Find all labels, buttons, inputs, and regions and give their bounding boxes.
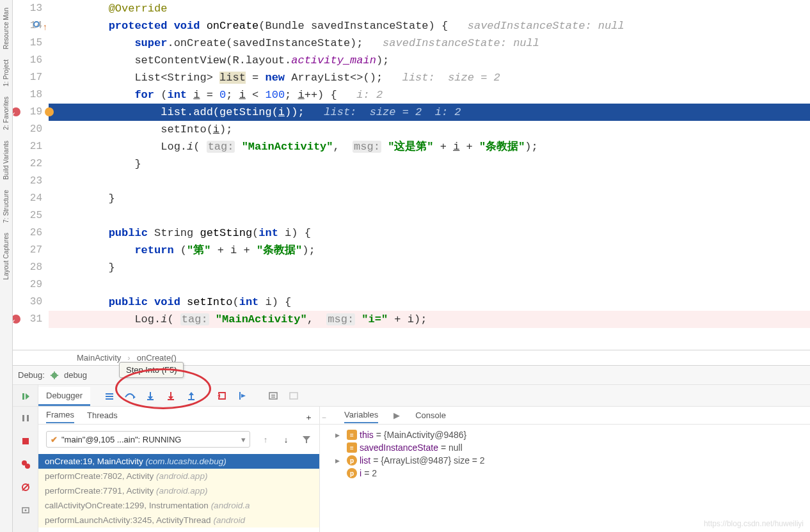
remove-watch-button[interactable]: － <box>315 409 333 426</box>
svg-rect-5 <box>22 393 24 400</box>
show-execution-point-icon[interactable] <box>100 387 118 405</box>
debug-run-controls <box>13 385 38 406</box>
tab-variables[interactable]: Variables <box>344 407 378 423</box>
check-icon: ✔ <box>51 435 58 444</box>
stack-frame[interactable]: performCreate:7791, Activity (android.ap… <box>38 483 319 498</box>
debug-label: Debug: <box>18 370 45 380</box>
variable-row[interactable]: ≡ savedInstanceState = null <box>325 441 805 454</box>
frame-up-icon[interactable]: ↑ <box>257 430 274 448</box>
tool-window-rail[interactable]: Resource Man 1: Project 2: Favorites Bui… <box>0 0 13 532</box>
svg-marker-6 <box>26 393 29 400</box>
frames-list[interactable]: onCreate:19, MainActivity (com.lucashu.d… <box>38 454 319 532</box>
stop-button[interactable] <box>17 432 35 450</box>
code-editor[interactable]: 1314↑1516171819✔202122232425262728293031… <box>13 0 810 350</box>
svg-rect-27 <box>22 415 24 421</box>
debug-header: Debug: debug Step Into (F5) <box>13 366 810 385</box>
svg-point-31 <box>25 464 30 469</box>
evaluate-expression-icon[interactable] <box>264 387 282 405</box>
breadcrumb-item[interactable]: MainActivity <box>77 353 121 363</box>
variables-list[interactable]: ▸≡ this = {MainActivity@9486}≡ savedInst… <box>320 425 810 532</box>
variable-row[interactable]: p i = 2 <box>325 467 805 480</box>
breadcrumb-sep: › <box>127 353 130 363</box>
stack-frame[interactable]: performLaunchActivity:3245, ActivityThre… <box>38 513 319 528</box>
pause-button[interactable] <box>17 409 35 427</box>
svg-rect-29 <box>22 438 29 444</box>
trace-current-stream-icon[interactable] <box>285 387 303 405</box>
bug-icon <box>50 371 59 380</box>
rail-layout-captures[interactable]: Layout Captures <box>3 233 10 279</box>
console-icon: ▶ <box>393 411 400 420</box>
step-out-icon[interactable] <box>182 387 200 405</box>
resume-button[interactable] <box>17 387 35 405</box>
force-step-into-icon[interactable] <box>162 387 180 405</box>
settings-button[interactable] <box>17 501 35 519</box>
frame-down-icon[interactable]: ↓ <box>277 430 295 448</box>
watermark: https://blog.csdn.net/huweiliyi <box>704 519 804 528</box>
run-to-cursor-icon[interactable] <box>234 387 251 405</box>
chevron-down-icon: ▾ <box>241 435 246 444</box>
stack-frame[interactable]: callActivityOnCreate:1299, Instrumentati… <box>38 498 319 513</box>
svg-rect-3 <box>51 375 52 376</box>
drop-frame-icon[interactable] <box>213 387 231 405</box>
variables-panel: ＋ － Variables ▶ Console ▸≡ this = {MainA… <box>320 407 810 532</box>
svg-marker-36 <box>303 436 310 443</box>
debug-toolbar: Debugger <box>13 385 810 407</box>
svg-rect-1 <box>54 371 55 373</box>
svg-rect-2 <box>54 377 55 379</box>
tab-threads[interactable]: Threads <box>87 408 118 423</box>
svg-point-35 <box>24 510 26 512</box>
rail-structure[interactable]: 7: Structure <box>3 190 10 223</box>
variable-row[interactable]: ▸≡ this = {MainActivity@9486} <box>325 428 805 441</box>
step-over-icon[interactable] <box>121 387 139 405</box>
mute-breakpoints-button[interactable] <box>17 478 35 496</box>
filter-icon[interactable] <box>298 430 315 448</box>
tab-frames[interactable]: Frames <box>46 407 74 423</box>
thread-selector[interactable]: ✔ "main"@9,105 ...ain": RUNNING ▾ <box>46 431 250 448</box>
rail-build-variants[interactable]: Build Variants <box>3 141 10 180</box>
view-breakpoints-button[interactable] <box>17 455 35 473</box>
stack-frame[interactable]: onCreate:19, MainActivity (com.lucashu.d… <box>38 454 319 469</box>
rail-favorites[interactable]: 2: Favorites <box>3 97 10 130</box>
svg-point-0 <box>52 372 58 378</box>
svg-marker-22 <box>241 394 246 398</box>
thread-name: "main"@9,105 ...ain": RUNNING <box>61 435 181 444</box>
variable-row[interactable]: ▸p list = {ArrayList@9487} size = 2 <box>325 454 805 467</box>
frames-panel: Frames Threads ✔ "main"@9,105 ...ain": R… <box>38 407 320 532</box>
svg-rect-23 <box>269 393 277 399</box>
svg-rect-28 <box>27 415 29 421</box>
tab-debugger[interactable]: Debugger <box>38 387 90 406</box>
step-into-icon[interactable] <box>141 387 159 405</box>
svg-marker-18 <box>189 392 194 395</box>
debug-config-name[interactable]: debug <box>64 370 87 380</box>
editor-gutter[interactable]: 1314↑1516171819✔202122232425262728293031… <box>13 0 49 350</box>
rail-project[interactable]: 1: Project <box>3 59 10 86</box>
breadcrumb-item[interactable]: onCreate() <box>137 353 177 363</box>
svg-rect-26 <box>290 393 298 399</box>
svg-rect-4 <box>56 375 58 376</box>
editor-code[interactable]: @Override protected void onCreate(Bundle… <box>49 0 810 350</box>
debug-side-controls <box>13 407 38 532</box>
stack-frame[interactable]: performCreate:7802, Activity (android.ap… <box>38 469 319 483</box>
tooltip-step-into: Step Into (F5) <box>119 362 184 378</box>
debug-panel: Debug: debug Step Into (F5) Debugger <box>13 365 810 532</box>
rail-resources[interactable]: Resource Man <box>3 8 10 49</box>
tab-console[interactable]: Console <box>415 408 446 423</box>
